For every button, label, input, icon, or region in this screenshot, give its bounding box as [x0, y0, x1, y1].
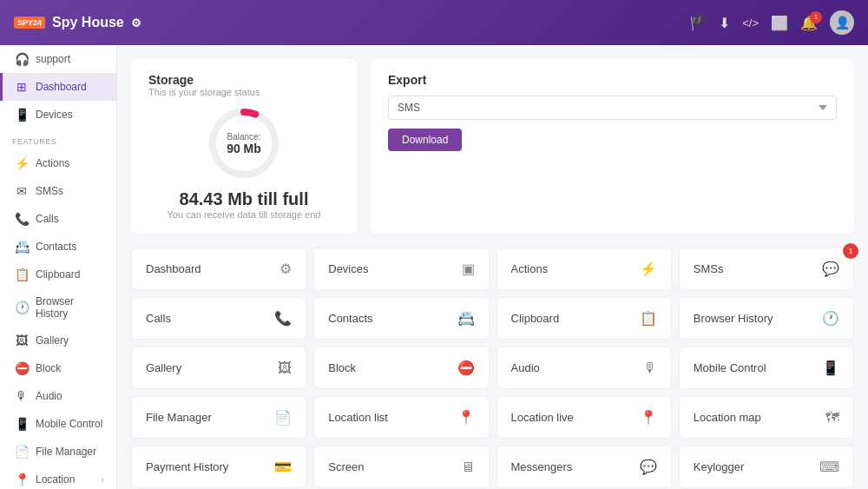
feature-card-f-keylogger[interactable]: Keylogger⌨ [679, 446, 854, 488]
feature-label-f-audio: Audio [511, 361, 540, 374]
feature-label-f-calls: Calls [146, 312, 171, 325]
feature-label-f-location-map: Location map [694, 411, 761, 424]
sidebar-label-location: Location [36, 473, 75, 486]
feature-card-f-dashboard[interactable]: Dashboard⚙ [131, 248, 306, 290]
sidebar-label-gallery: Gallery [36, 334, 69, 347]
settings-icon[interactable]: ⚙ [131, 17, 141, 30]
sidebar-item-browser-history[interactable]: 🕐 Browser History [0, 288, 116, 327]
export-card: Export SMS Calls Contacts Browser Histor… [371, 59, 854, 234]
clipboard-icon: 📋 [15, 268, 29, 281]
user-avatar[interactable]: 👤 [830, 10, 854, 35]
storage-donut: Balance: 90 Mb [205, 104, 283, 182]
sidebar-item-calls[interactable]: 📞 Calls [0, 205, 116, 233]
feature-icon-f-payment-history: 💳 [274, 459, 292, 475]
feature-card-f-file-manager[interactable]: File Manager📄 [131, 396, 306, 439]
sidebar-item-dashboard[interactable]: ⊞ Dashboard [0, 73, 116, 101]
feature-card-f-payment-history[interactable]: Payment History💳 [131, 446, 306, 488]
feature-card-f-smss[interactable]: 1SMSs💬 [679, 248, 854, 290]
feature-icon-f-dashboard: ⚙ [279, 261, 292, 277]
app-title: Spy House [52, 15, 124, 30]
feature-icon-f-gallery: 🖼 [278, 360, 292, 376]
feature-card-f-messengers[interactable]: Messengers💬 [496, 446, 672, 488]
sidebar-item-gallery[interactable]: 🖼 Gallery [0, 327, 116, 354]
app-header: SPY24 Spy House ⚙ 🏴 ⬇ </> ⬜ 🔔 1 👤 [0, 0, 868, 45]
code-icon[interactable]: </> [742, 17, 759, 30]
feature-icon-f-contacts: 📇 [457, 310, 475, 327]
notification-bell[interactable]: 🔔 1 [800, 15, 818, 31]
storage-card: Storage This is your storage status Bala… [131, 59, 357, 234]
feature-card-f-browser-history[interactable]: Browser History🕐 [679, 297, 854, 340]
feature-label-f-keylogger: Keylogger [694, 460, 745, 473]
export-select[interactable]: SMS Calls Contacts Browser History [388, 96, 837, 120]
feature-card-f-location-list[interactable]: Location list📍 [313, 396, 489, 439]
feature-label-f-screen: Screen [328, 460, 364, 473]
flag-icon[interactable]: 🏴 [689, 15, 707, 31]
sidebar-label-dashboard: Dashboard [36, 81, 87, 93]
sidebar-features-label: FEATURES [0, 129, 116, 149]
sidebar-item-support[interactable]: 🎧 support [0, 45, 116, 73]
feature-card-f-devices[interactable]: Devices▣ [313, 248, 489, 290]
sidebar-item-audio[interactable]: 🎙 Audio [0, 382, 116, 410]
sidebar-label-support: support [36, 53, 70, 65]
feature-label-f-gallery: Gallery [146, 361, 181, 374]
storage-subtitle: This is your storage status [148, 87, 339, 97]
main-content: Storage This is your storage status Bala… [117, 45, 868, 489]
feature-card-f-location-map[interactable]: Location map🗺 [679, 396, 854, 439]
feature-card-f-calls[interactable]: Calls📞 [131, 297, 306, 340]
window-icon[interactable]: ⬜ [771, 15, 788, 31]
dashboard-icon: ⊞ [15, 80, 29, 94]
sms-icon: ✉ [15, 184, 29, 198]
feature-card-f-contacts[interactable]: Contacts📇 [313, 297, 489, 340]
sidebar-item-contacts[interactable]: 📇 Contacts [0, 233, 116, 261]
feature-label-f-actions: Actions [511, 262, 549, 275]
sidebar-item-block[interactable]: ⛔ Block [0, 354, 116, 382]
headset-icon: 🎧 [15, 52, 29, 66]
feature-card-f-actions[interactable]: Actions⚡ [496, 248, 672, 290]
storage-info: 84.43 Mb till full You can receive data … [148, 189, 339, 220]
download-button[interactable]: Download [388, 129, 462, 151]
feature-icon-f-devices: ▣ [462, 261, 475, 277]
sidebar: 🎧 support ⊞ Dashboard 📱 Devices FEATURES… [0, 45, 117, 489]
feature-label-f-location-live: Location live [511, 411, 574, 424]
sidebar-item-smss[interactable]: ✉ SMSs [0, 177, 116, 205]
feature-card-f-audio[interactable]: Audio🎙 [496, 347, 672, 389]
sidebar-item-clipboard[interactable]: 📋 Clipboard [0, 261, 116, 288]
feature-card-f-gallery[interactable]: Gallery🖼 [131, 347, 306, 389]
feature-card-f-location-live[interactable]: Location live📍 [496, 396, 672, 439]
feature-label-f-block: Block [328, 361, 356, 374]
sidebar-label-mobile-control: Mobile Control [36, 418, 102, 430]
donut-label: Balance: 90 Mb [227, 132, 261, 155]
download-icon[interactable]: ⬇ [719, 15, 730, 31]
sidebar-label-contacts: Contacts [36, 241, 76, 253]
feature-icon-f-audio: 🎙 [643, 360, 657, 376]
balance-text: Balance: [227, 132, 261, 142]
feature-label-f-messengers: Messengers [511, 460, 573, 473]
feature-icon-f-messengers: 💬 [640, 459, 657, 475]
file-manager-icon: 📄 [15, 445, 29, 459]
feature-icon-f-location-live: 📍 [640, 409, 657, 426]
app-logo: SPY24 Spy House ⚙ [14, 15, 141, 30]
feature-label-f-payment-history: Payment History [146, 460, 228, 473]
feature-card-f-screen[interactable]: Screen🖥 [313, 446, 489, 488]
feature-card-f-block[interactable]: Block⛔ [313, 347, 489, 389]
feature-icon-f-block: ⛔ [457, 360, 475, 376]
block-icon: ⛔ [15, 361, 29, 375]
main-layout: 🎧 support ⊞ Dashboard 📱 Devices FEATURES… [0, 45, 868, 489]
calls-icon: 📞 [15, 212, 29, 226]
feature-icon-f-smss: 💬 [822, 261, 839, 277]
feature-card-f-mobile-control[interactable]: Mobile Control📱 [679, 347, 854, 389]
sidebar-item-devices[interactable]: 📱 Devices [0, 101, 116, 129]
feature-card-f-clipboard[interactable]: Clipboard📋 [496, 297, 672, 340]
sidebar-item-file-manager[interactable]: 📄 File Manager [0, 438, 116, 466]
feature-label-f-dashboard: Dashboard [146, 262, 201, 275]
sidebar-item-mobile-control[interactable]: 📱 Mobile Control [0, 410, 116, 438]
balance-value: 90 Mb [227, 142, 261, 155]
feature-icon-f-browser-history: 🕐 [822, 310, 839, 327]
sidebar-label-actions: Actions [36, 157, 69, 169]
sidebar-label-file-manager: File Manager [36, 446, 96, 458]
feature-label-f-file-manager: File Manager [146, 411, 212, 424]
sidebar-item-actions[interactable]: ⚡ Actions [0, 149, 116, 177]
sidebar-item-location[interactable]: 📍 Location [0, 466, 116, 489]
storage-donut-wrap: Balance: 90 Mb [148, 104, 339, 182]
header-actions: 🏴 ⬇ </> ⬜ 🔔 1 👤 [689, 10, 854, 35]
